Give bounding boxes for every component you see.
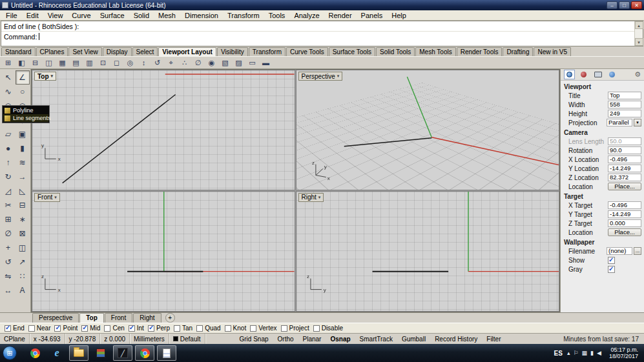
tool-rotate[interactable]: ↺ (1, 255, 16, 269)
tool-array[interactable]: ∷ (16, 269, 30, 283)
toolbar-button-point-object[interactable]: ∴ (178, 57, 191, 68)
viewport-tab-top[interactable]: Top (79, 313, 104, 323)
taskbar-app-internet-explorer[interactable]: e (47, 345, 67, 361)
checkbox-icon[interactable] (148, 325, 154, 332)
minimize-button[interactable]: – (607, 1, 618, 9)
target-x-value[interactable]: -0.496 (608, 201, 641, 209)
toolbar-button-named-views[interactable]: ▨ (233, 57, 245, 68)
flyout-item-line-segments[interactable]: Line segments (3, 114, 48, 122)
tool-box[interactable]: ▣ (16, 127, 30, 141)
status-pane-gumball[interactable]: Gumball (397, 334, 430, 344)
tool-fillet[interactable]: ◿ (1, 184, 16, 198)
new-viewport-tab-button[interactable]: + (165, 313, 175, 323)
tool-chamfer[interactable]: ◺ (16, 184, 30, 198)
menu-item-transform[interactable]: Transform (223, 11, 264, 20)
toolbar-button-zoom-extents[interactable]: ⌖ (165, 57, 177, 68)
osnap-toggle-int[interactable]: Int (129, 325, 144, 332)
taskbar-app-library[interactable] (91, 345, 110, 361)
toolbar-tab-render-tools[interactable]: Render Tools (457, 47, 503, 56)
menu-item-tools[interactable]: Tools (264, 11, 290, 20)
toolbar-tab-drafting[interactable]: Drafting (503, 47, 533, 56)
menu-item-analyze[interactable]: Analyze (289, 11, 324, 20)
osnap-toggle-end[interactable]: End (5, 325, 25, 332)
viewport-right[interactable]: z y Right ▾ (296, 191, 560, 312)
tool-plane-surface[interactable]: ▱ (1, 127, 16, 141)
tool-sphere[interactable]: ● (1, 141, 16, 156)
language-indicator[interactable]: ES (554, 350, 563, 357)
tool-trim[interactable]: ✂ (1, 198, 16, 212)
toolbar-tab-new-in-v5[interactable]: New in V5 (534, 47, 571, 56)
tool-join[interactable]: ⊞ (1, 212, 16, 226)
close-button[interactable]: ✕ (631, 1, 642, 9)
menu-item-file[interactable]: File (1, 11, 22, 20)
tool-move[interactable]: + (1, 241, 16, 255)
viewport-label-top[interactable]: Top ▾ (34, 72, 56, 81)
cplane-selector[interactable]: CPlane (0, 334, 30, 344)
osnap-toggle-vertex[interactable]: Vertex (250, 325, 276, 332)
checkbox-icon[interactable] (196, 325, 203, 332)
toolbar-button-page-layout[interactable]: ▭ (246, 57, 258, 68)
viewport-width-value[interactable]: 558 (608, 101, 641, 108)
osnap-toggle-project[interactable]: Project (281, 325, 309, 332)
tool-dimension[interactable]: ↔ (1, 283, 16, 297)
viewport-label-perspective[interactable]: Perspective ▾ (298, 72, 343, 81)
checkbox-icon[interactable] (81, 325, 88, 332)
checkbox-icon[interactable] (5, 325, 11, 332)
toolbar-tab-curve-tools[interactable]: Curve Tools (286, 47, 328, 56)
viewport-menu-caret-icon[interactable]: ▾ (318, 195, 321, 200)
tool-circle[interactable]: ○ (16, 85, 30, 99)
wallpaper-show-checkbox[interactable] (608, 257, 615, 264)
toolbar-button-maximize-viewport[interactable]: ◻ (110, 57, 123, 68)
toolbar-button-pan-view[interactable]: ↕ (138, 57, 150, 68)
toolbar-tab-select[interactable]: Select (132, 47, 158, 56)
toolbar-button-split-viewport-horizontal[interactable]: ▤ (70, 57, 82, 68)
tool-lock[interactable]: ⊠ (16, 226, 30, 241)
camera-y-value[interactable]: -14.249 (608, 165, 641, 172)
toolbar-button-split-viewport-vertical[interactable]: ▥ (83, 57, 96, 68)
tool-mirror[interactable]: ⇋ (1, 269, 16, 283)
status-pane-osnap[interactable]: Osnap (326, 334, 355, 344)
projection-dropdown-icon[interactable]: ▼ (634, 119, 641, 126)
toolbar-tab-surface-tools[interactable]: Surface Tools (329, 47, 375, 56)
tray-volume-icon[interactable]: ◀ (597, 350, 601, 356)
menu-item-render[interactable]: Render (324, 11, 357, 20)
target-place-button[interactable]: Place... (608, 228, 641, 236)
checkbox-icon[interactable] (28, 325, 35, 332)
status-pane-filter[interactable]: Filter (482, 334, 505, 344)
target-z-value[interactable]: 0.000 (608, 219, 641, 227)
menu-item-mesh[interactable]: Mesh (154, 11, 180, 20)
tray-network-icon[interactable]: ▦ (582, 350, 588, 356)
osnap-toggle-mid[interactable]: Mid (81, 325, 100, 332)
toolbar-button-viewport-layout-4view[interactable]: ⊞ (2, 57, 14, 68)
tool-split[interactable]: ⊟ (16, 198, 30, 212)
toolbar-button-zoom-lens[interactable]: ◎ (124, 57, 136, 68)
tool-copy[interactable]: ◫ (16, 241, 30, 255)
osnap-toggle-quad[interactable]: Quad (196, 325, 220, 332)
viewport-title-value[interactable]: Top (608, 92, 641, 99)
osnap-toggle-point[interactable]: Point (54, 325, 78, 332)
toolbar-button-viewport-layout-2-vertical[interactable]: ◫ (43, 57, 55, 68)
viewport-front[interactable]: z x Front ▾ (32, 191, 295, 312)
command-prompt[interactable]: Command: (1, 32, 643, 42)
toolbar-tab-visibility[interactable]: Visibility (217, 47, 248, 56)
menu-item-edit[interactable]: Edit (22, 11, 43, 20)
panel-tab-materials[interactable] (578, 70, 589, 79)
status-pane-record-history[interactable]: Record History (430, 334, 482, 344)
status-pane-planar[interactable]: Planar (298, 334, 326, 344)
status-pane-grid-snap[interactable]: Grid Snap (235, 334, 273, 344)
viewport-tab-right[interactable]: Right (133, 313, 161, 323)
toolbar-tab-set-view[interactable]: Set View (68, 47, 101, 56)
tool-annotate-text[interactable]: A (16, 283, 30, 297)
camera-z-value[interactable]: 82.372 (608, 174, 641, 181)
checkbox-icon[interactable] (104, 325, 110, 332)
checkbox-icon[interactable] (174, 325, 180, 332)
toolbar-tab-solid-tools[interactable]: Solid Tools (376, 47, 415, 56)
toolbar-button-print[interactable]: ▬ (260, 57, 272, 68)
start-button[interactable]: ⊞ (3, 346, 17, 360)
taskbar-app-chrome[interactable] (25, 345, 45, 361)
projection-value[interactable]: Parallel (607, 119, 632, 126)
viewport-menu-caret-icon[interactable]: ▾ (337, 74, 340, 79)
scroll-up-icon[interactable]: ▲ (635, 21, 643, 29)
osnap-toggle-perp[interactable]: Perp (148, 325, 170, 332)
toolbar-button-viewport-layout-3view[interactable]: ◧ (16, 57, 28, 68)
